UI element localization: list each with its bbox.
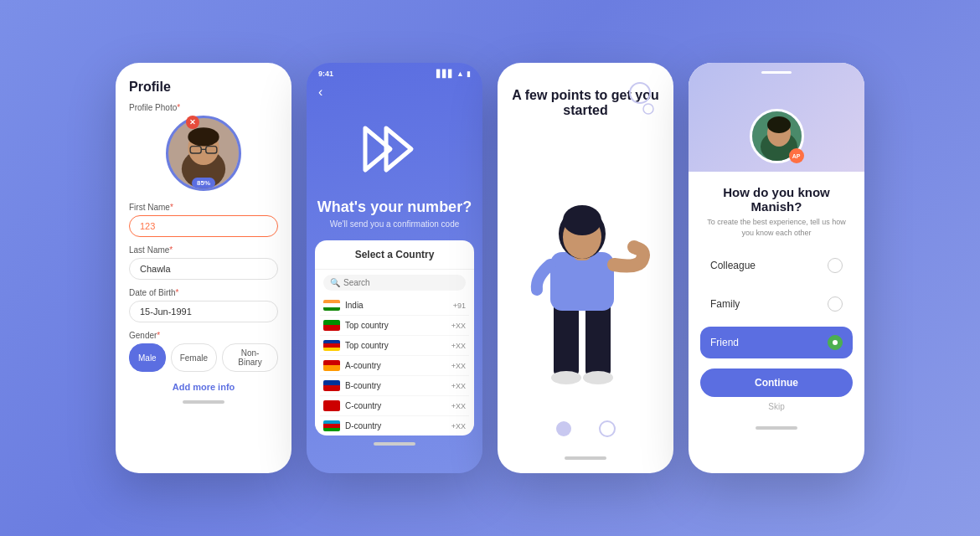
first-name-label: First Name* (129, 203, 278, 212)
dob-input[interactable] (129, 301, 278, 322)
flag (323, 360, 340, 371)
list-item[interactable]: C-country +XX (320, 396, 469, 416)
flag (323, 420, 340, 431)
svg-point-20 (627, 240, 641, 254)
country-name: A-country (345, 361, 446, 370)
screen-phone: 9:41 ▋▋▋ ▲ ▮ ‹ What's your number? We'll… (307, 63, 482, 473)
status-bar: 9:41 ▋▋▋ ▲ ▮ (307, 63, 482, 81)
profile-photo[interactable]: 85% (166, 116, 241, 191)
svg-rect-12 (585, 301, 611, 376)
india-flag (323, 300, 340, 311)
colleague-radio (828, 258, 843, 273)
status-time: 9:41 (318, 70, 333, 78)
dob-label: Date of Birth* (129, 288, 278, 297)
list-item[interactable]: Top country +XX (320, 336, 469, 356)
flag (323, 380, 340, 391)
logo-icon (361, 120, 428, 185)
friend-radio (828, 335, 843, 350)
screen4-body: How do you know Manish? To create the be… (689, 172, 864, 421)
illustration (518, 135, 652, 420)
country-code: +XX (451, 402, 466, 410)
list-item[interactable]: A-country +XX (320, 356, 469, 376)
list-item[interactable]: B-country +XX (320, 376, 469, 396)
avatar-badge: AP (789, 148, 804, 163)
svg-point-26 (767, 116, 791, 133)
last-name-label: Last Name* (129, 245, 278, 255)
photo-label: Profile Photo* (129, 103, 278, 112)
list-item[interactable]: D-country +XX (320, 416, 469, 436)
screen-relation: AP How do you know Manish? To create the… (689, 63, 864, 473)
deco-circles-bottom (554, 420, 616, 438)
gender-selector: Male Female Non-Binary (129, 343, 278, 372)
relation-friend[interactable]: Friend (700, 327, 853, 358)
phone-subtext: We'll send you a confirmation code (307, 219, 482, 229)
relation-colleague[interactable]: Colleague (700, 250, 853, 281)
svg-point-10 (643, 104, 653, 114)
country-name: C-country (345, 401, 446, 410)
home-indicator (756, 426, 797, 430)
svg-rect-11 (554, 301, 579, 376)
know-subtext: To create the best experience, tell us h… (700, 217, 853, 238)
phone-heading: What's your number? (307, 198, 482, 216)
progress-badge: 85% (192, 178, 215, 188)
flag (323, 340, 340, 351)
country-name: Top country (345, 321, 446, 330)
country-code: +XX (451, 342, 466, 350)
flag (323, 400, 340, 411)
family-label: Family (710, 298, 740, 310)
country-code: +XX (451, 382, 466, 390)
flag (323, 320, 340, 331)
last-name-input[interactable] (129, 258, 278, 280)
add-more-link[interactable]: Add more info (129, 382, 278, 392)
remove-photo-button[interactable]: ✕ (186, 116, 199, 129)
list-item[interactable]: Top country +XX (320, 316, 469, 336)
home-indicator (374, 442, 415, 446)
home-indicator (565, 456, 606, 460)
gender-male-button[interactable]: Male (129, 343, 166, 372)
svg-point-22 (600, 421, 615, 436)
relation-family[interactable]: Family (700, 288, 853, 320)
gender-female-button[interactable]: Female (171, 343, 217, 372)
country-name: India (345, 301, 448, 310)
friend-label: Friend (710, 337, 739, 348)
continue-button[interactable]: Continue (700, 368, 853, 397)
country-code: +91 (453, 302, 466, 310)
list-item[interactable]: India +91 (320, 296, 469, 316)
country-list: India +91 Top country +XX Top country +X… (315, 296, 474, 436)
country-code: +XX (451, 322, 466, 330)
wifi-icon: ▲ (456, 70, 464, 78)
svg-point-14 (583, 371, 613, 384)
avatar-container: AP (750, 109, 804, 163)
screen4-header: AP (689, 63, 864, 172)
handle (761, 71, 792, 74)
deco-circles-top (615, 80, 657, 125)
svg-point-13 (551, 371, 581, 384)
family-radio (828, 296, 843, 312)
profile-title: Profile (129, 80, 278, 95)
signal-icon: ▋▋▋ (436, 70, 454, 78)
svg-point-19 (563, 205, 601, 235)
skip-link[interactable]: Skip (700, 402, 853, 411)
colleague-label: Colleague (710, 260, 756, 271)
country-code: +XX (451, 422, 466, 430)
search-box: 🔍 (323, 275, 466, 291)
svg-point-3 (188, 127, 219, 146)
svg-point-9 (630, 83, 650, 103)
svg-point-21 (556, 421, 571, 436)
photo-section: ✕ 85% (129, 116, 278, 191)
screen-illustration: A few points to get you started (498, 63, 673, 473)
country-name: Top country (345, 341, 446, 350)
search-icon: 🔍 (330, 278, 340, 287)
gender-label: Gender* (129, 331, 278, 340)
country-name: B-country (345, 381, 446, 390)
home-indicator (183, 400, 224, 404)
status-icons: ▋▋▋ ▲ ▮ (436, 70, 471, 78)
country-dropdown: Select a Country 🔍 India +91 Top country… (315, 240, 474, 436)
svg-rect-15 (550, 252, 614, 311)
know-heading: How do you know Manish? (700, 185, 853, 214)
app-logo (307, 120, 482, 185)
back-button[interactable]: ‹ (307, 81, 482, 103)
country-search-input[interactable] (343, 278, 459, 287)
gender-nonbinary-button[interactable]: Non-Binary (222, 343, 278, 372)
first-name-input[interactable] (129, 215, 278, 237)
